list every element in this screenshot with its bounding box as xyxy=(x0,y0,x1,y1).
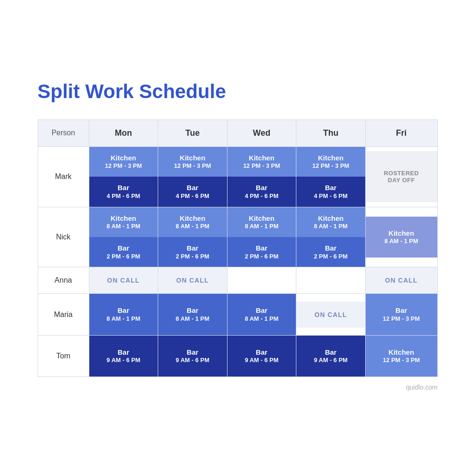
cell-maria-day0: Bar8 AM - 1 PM xyxy=(89,294,158,335)
table-row: AnnaON CALLON CALLON CALL xyxy=(38,267,437,294)
table-row: MariaBar8 AM - 1 PMBar8 AM - 1 PMBar8 AM… xyxy=(38,294,437,335)
shift-block-bottom: Bar4 PM - 6 PM xyxy=(296,177,365,206)
cell-tom-day4: Kitchen12 PM - 3 PM xyxy=(365,335,437,377)
cell-nick-day3: Kitchen8 AM - 1 PMBar2 PM - 6 PM xyxy=(296,207,366,267)
day-header-wed: Wed xyxy=(227,119,296,146)
cell-tom-day3: Bar9 AM - 6 PM xyxy=(296,335,366,377)
shift-block-single: Bar9 AM - 6 PM xyxy=(89,336,158,377)
person-maria: Maria xyxy=(38,294,89,335)
cell-maria-day4: Bar12 PM - 3 PM xyxy=(365,294,437,335)
shift-block-single: Bar8 AM - 1 PM xyxy=(158,294,227,335)
shift-block-single: Bar9 AM - 6 PM xyxy=(227,336,296,377)
page: Split Work Schedule PersonMonTueWedThuFr… xyxy=(14,62,461,414)
cell-anna-day1: ON CALL xyxy=(158,267,227,294)
table-row: NickKitchen8 AM - 1 PMBar2 PM - 6 PMKitc… xyxy=(38,207,437,267)
cell-maria-day1: Bar8 AM - 1 PM xyxy=(158,294,227,335)
shift-block-bottom: Bar4 PM - 6 PM xyxy=(89,177,158,206)
cell-maria-day3: ON CALL xyxy=(296,294,366,335)
shift-block-bottom: Bar2 PM - 6 PM xyxy=(227,237,296,267)
shift-block-top: Kitchen12 PM - 3 PM xyxy=(89,147,158,177)
shift-block-bottom: Bar2 PM - 6 PM xyxy=(296,237,365,267)
table-row: TomBar9 AM - 6 PMBar9 AM - 6 PMBar9 AM -… xyxy=(38,335,437,377)
cell-mark-day2: Kitchen12 PM - 3 PMBar4 PM - 6 PM xyxy=(227,146,296,207)
shift-block-bottom: Bar2 PM - 6 PM xyxy=(158,237,227,267)
shift-block-single: Bar12 PM - 3 PM xyxy=(366,294,437,335)
footer: quidlo.com xyxy=(38,383,438,391)
cell-nick-day2: Kitchen8 AM - 1 PMBar2 PM - 6 PM xyxy=(227,207,296,267)
cell-maria-day2: Bar8 AM - 1 PM xyxy=(227,294,296,335)
on-call-label: ON CALL xyxy=(296,302,365,328)
day-header-tue: Tue xyxy=(158,119,227,146)
on-call-label: ON CALL xyxy=(366,267,437,293)
shift-block-bottom: Bar2 PM - 6 PM xyxy=(89,237,158,267)
on-call-label: ON CALL xyxy=(89,267,158,293)
cell-nick-day0: Kitchen8 AM - 1 PMBar2 PM - 6 PM xyxy=(89,207,158,267)
cell-tom-day1: Bar9 AM - 6 PM xyxy=(158,335,227,377)
shift-block-top: Kitchen8 AM - 1 PM xyxy=(227,207,296,237)
shift-block-single: Bar9 AM - 6 PM xyxy=(158,336,227,377)
on-call-label: ON CALL xyxy=(158,267,227,293)
cell-mark-day1: Kitchen12 PM - 3 PMBar4 PM - 6 PM xyxy=(158,146,227,207)
shift-block-top: Kitchen8 AM - 1 PM xyxy=(296,207,365,237)
shift-block-top: Kitchen12 PM - 3 PM xyxy=(158,147,227,177)
person-nick: Nick xyxy=(38,207,89,267)
cell-anna-day4: ON CALL xyxy=(365,267,437,294)
cell-anna-day3 xyxy=(296,267,366,294)
cell-anna-day0: ON CALL xyxy=(89,267,158,294)
shift-block-top: Kitchen8 AM - 1 PM xyxy=(158,207,227,237)
shift-block-single: Bar8 AM - 1 PM xyxy=(227,294,296,335)
cell-tom-day2: Bar9 AM - 6 PM xyxy=(227,335,296,377)
day-header-thu: Thu xyxy=(296,119,366,146)
cell-anna-day2 xyxy=(227,267,296,294)
cell-nick-day4: Kitchen8 AM - 1 PM xyxy=(365,207,437,267)
person-tom: Tom xyxy=(38,335,89,377)
shift-block-single: Kitchen12 PM - 3 PM xyxy=(366,336,437,377)
page-title: Split Work Schedule xyxy=(38,80,438,103)
cell-mark-day4: ROSTEREDDAY OFF xyxy=(365,146,437,207)
cell-mark-day3: Kitchen12 PM - 3 PMBar4 PM - 6 PM xyxy=(296,146,366,207)
shift-block-bottom: Bar4 PM - 6 PM xyxy=(158,177,227,206)
day-header-fri: Fri xyxy=(365,119,437,146)
shift-block-single: Bar9 AM - 6 PM xyxy=(296,336,365,377)
shift-block-bottom: Bar4 PM - 6 PM xyxy=(227,177,296,206)
table-row: MarkKitchen12 PM - 3 PMBar4 PM - 6 PMKit… xyxy=(38,146,437,207)
person-mark: Mark xyxy=(38,146,89,207)
shift-block-top: Kitchen8 AM - 1 PM xyxy=(89,207,158,237)
shift-block-single: Kitchen8 AM - 1 PM xyxy=(366,217,437,258)
header-row: PersonMonTueWedThuFri xyxy=(38,119,437,146)
day-header-mon: Mon xyxy=(89,119,158,146)
shift-block-top: Kitchen12 PM - 3 PM xyxy=(296,147,365,177)
cell-tom-day0: Bar9 AM - 6 PM xyxy=(89,335,158,377)
schedule-table: PersonMonTueWedThuFri MarkKitchen12 PM -… xyxy=(38,119,438,377)
shift-block-single: Bar8 AM - 1 PM xyxy=(89,294,158,335)
cell-nick-day1: Kitchen8 AM - 1 PMBar2 PM - 6 PM xyxy=(158,207,227,267)
person-anna: Anna xyxy=(38,267,89,294)
cell-mark-day0: Kitchen12 PM - 3 PMBar4 PM - 6 PM xyxy=(89,146,158,207)
person-col-header: Person xyxy=(38,119,89,146)
rostered-day-off: ROSTEREDDAY OFF xyxy=(366,151,437,202)
shift-block-top: Kitchen12 PM - 3 PM xyxy=(227,147,296,177)
